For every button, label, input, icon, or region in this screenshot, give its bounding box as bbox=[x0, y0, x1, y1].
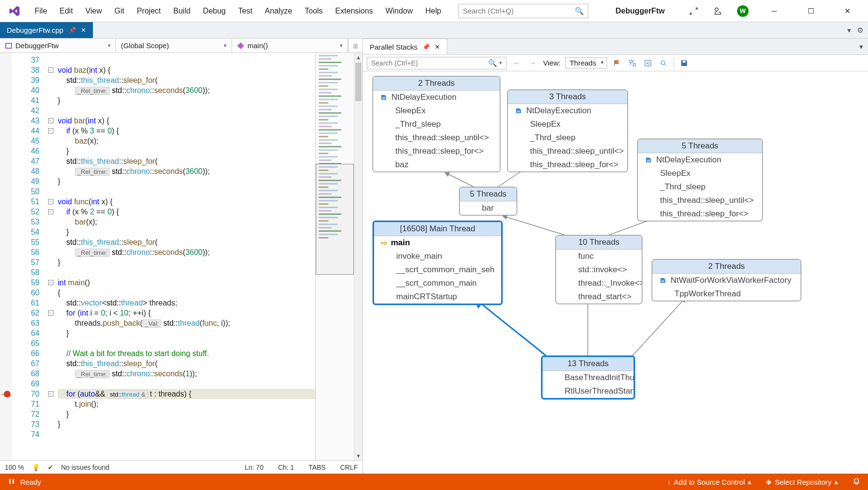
menu-window[interactable]: Window bbox=[381, 5, 418, 17]
stack-frame[interactable]: this_thread::sleep_for<> bbox=[373, 145, 500, 158]
stack-frame[interactable]: RtlUserThreadStart bbox=[543, 384, 634, 398]
stack-frame[interactable]: _Thrd_sleep bbox=[638, 180, 762, 194]
cursor-line[interactable]: Ln: 70 bbox=[245, 464, 264, 471]
parallel-stacks-canvas[interactable]: 2 ThreadsNtDelayExecutionSleepEx_Thrd_sl… bbox=[363, 71, 868, 474]
stack-box-b2a[interactable]: 2 ThreadsNtDelayExecutionSleepEx_Thrd_sl… bbox=[373, 76, 500, 172]
parallel-stacks-search-input[interactable] bbox=[371, 59, 488, 67]
stack-box-b5top[interactable]: 5 ThreadsNtDelayExecutionSleepEx_Thrd_sl… bbox=[637, 139, 763, 221]
notifications-icon[interactable] bbox=[853, 477, 860, 487]
autoscroll-icon[interactable]: ⟲ bbox=[643, 58, 653, 68]
nav-back-icon[interactable]: ← bbox=[511, 59, 522, 67]
close-tab-icon[interactable]: ✕ bbox=[435, 43, 440, 51]
project-scope-dropdown[interactable]: DebuggerFtw ▾ bbox=[0, 39, 116, 53]
split-editor-icon[interactable]: ⫼ bbox=[348, 39, 363, 53]
code-minimap[interactable] bbox=[315, 53, 354, 460]
stack-frame[interactable]: _Thrd_sleep bbox=[508, 131, 627, 145]
stack-box-b3[interactable]: 3 ThreadsNtDelayExecutionSleepEx_Thrd_sl… bbox=[507, 90, 628, 172]
window-settings-icon[interactable]: ⚙ bbox=[857, 26, 863, 35]
menu-edit[interactable]: Edit bbox=[55, 5, 78, 17]
search-dropdown-icon[interactable]: ▾ bbox=[499, 60, 502, 66]
stack-box-b2b[interactable]: 2 ThreadsNtWaitForWorkViaWorkerFactoryTp… bbox=[652, 259, 801, 301]
menu-extensions[interactable]: Extensions bbox=[330, 5, 377, 17]
menu-debug[interactable]: Debug bbox=[198, 5, 231, 17]
outlining-margin[interactable]: −−−−−−−− bbox=[45, 53, 56, 460]
close-tab-icon[interactable]: ✕ bbox=[81, 26, 86, 34]
pin-icon[interactable]: 📌 bbox=[422, 43, 430, 51]
stack-frame[interactable]: bar bbox=[460, 201, 517, 215]
scroll-down-icon[interactable]: ▼ bbox=[354, 451, 363, 460]
stack-frame[interactable]: thread_start<> bbox=[556, 290, 642, 304]
stack-frame[interactable]: this_thread::sleep_for<> bbox=[508, 158, 627, 172]
stack-frame[interactable]: SleepEx bbox=[508, 118, 627, 131]
stack-frame[interactable]: NtDelayExecution bbox=[638, 153, 762, 167]
menu-view[interactable]: View bbox=[80, 5, 106, 17]
stack-frame[interactable]: invoke_main bbox=[374, 250, 501, 263]
lightbulb-icon[interactable]: 💡 bbox=[32, 464, 40, 471]
stack-frame[interactable]: BaseThreadInitThunk bbox=[543, 371, 634, 384]
minimap-viewport[interactable] bbox=[316, 164, 354, 275]
stack-box-main[interactable]: [16508] Main Thread⇨maininvoke_main__scr… bbox=[373, 221, 503, 305]
issues-text[interactable]: No issues found bbox=[61, 464, 109, 471]
scroll-thumb[interactable] bbox=[355, 63, 362, 101]
add-to-source-control[interactable]: ↑ Add to Source Control ▴ bbox=[667, 477, 751, 486]
stack-frame[interactable]: NtWaitForWorkViaWorkerFactory bbox=[652, 274, 801, 287]
stack-frame[interactable]: NtDelayExecution bbox=[508, 104, 627, 118]
stack-frame[interactable]: this_thread::sleep_until<> bbox=[638, 194, 762, 207]
editor-vertical-scrollbar[interactable]: ▲ ▼ bbox=[354, 53, 363, 460]
document-tab-active[interactable]: DebuggerFtw.cpp 📌 ✕ bbox=[0, 22, 93, 38]
live-share-icon[interactable] bbox=[689, 6, 699, 16]
stack-frame[interactable]: func bbox=[556, 250, 642, 263]
stack-frame[interactable]: SleepEx bbox=[373, 104, 500, 118]
class-scope-dropdown[interactable]: (Global Scope) ▾ bbox=[116, 39, 232, 53]
stack-box-b5bar[interactable]: 5 Threadsbar bbox=[459, 187, 517, 215]
stack-frame[interactable]: this_thread::sleep_until<> bbox=[373, 131, 500, 145]
line-endings[interactable]: CRLF bbox=[340, 464, 358, 471]
feedback-icon[interactable] bbox=[713, 6, 723, 16]
menu-project[interactable]: Project bbox=[132, 5, 166, 17]
nav-forward-icon[interactable]: → bbox=[527, 59, 538, 67]
stack-frame[interactable]: __scrt_common_main bbox=[374, 277, 501, 290]
stack-frame[interactable]: std::invoke<> bbox=[556, 263, 642, 277]
pin-icon[interactable]: 📌 bbox=[68, 26, 76, 34]
function-scope-dropdown[interactable]: main() ▾ bbox=[232, 39, 348, 53]
close-button[interactable]: ✕ bbox=[836, 3, 858, 19]
breakpoint-margin[interactable]: ➜ bbox=[0, 53, 12, 460]
menu-git[interactable]: Git bbox=[110, 5, 129, 17]
window-menu-icon[interactable]: ▾ bbox=[859, 42, 863, 51]
stack-frame[interactable]: thread::_Invoke<> bbox=[556, 277, 642, 290]
stack-frame[interactable]: mainCRTStartup bbox=[374, 290, 501, 304]
menu-test[interactable]: Test bbox=[233, 5, 257, 17]
flag-icon[interactable] bbox=[612, 58, 622, 68]
maximize-button[interactable]: ☐ bbox=[800, 3, 822, 19]
stack-box-b13[interactable]: 13 ThreadsBaseThreadInitThunkRtlUserThre… bbox=[541, 356, 635, 399]
menu-tools[interactable]: Tools bbox=[300, 5, 327, 17]
stack-frame[interactable]: this_thread::sleep_until<> bbox=[508, 145, 627, 158]
scroll-up-icon[interactable]: ▲ bbox=[354, 53, 363, 62]
cursor-col[interactable]: Ch: 1 bbox=[278, 464, 294, 471]
global-search-input[interactable] bbox=[463, 7, 575, 15]
select-repository[interactable]: ◈ Select Repository ▴ bbox=[766, 477, 838, 486]
save-icon[interactable] bbox=[679, 58, 689, 68]
stack-frame[interactable]: ⇨main bbox=[374, 236, 501, 250]
indent-mode[interactable]: TABS bbox=[309, 464, 326, 471]
parallel-stacks-search[interactable]: 🔍 ▾ bbox=[367, 57, 506, 69]
user-avatar[interactable]: W bbox=[737, 5, 749, 17]
stack-box-b10[interactable]: 10 Threadsfuncstd::invoke<>thread::_Invo… bbox=[556, 235, 642, 304]
global-search-box[interactable]: 🔍 bbox=[458, 4, 588, 18]
menu-help[interactable]: Help bbox=[421, 5, 446, 17]
zoom-icon[interactable] bbox=[658, 58, 669, 68]
solution-name[interactable]: DebuggerFtw bbox=[601, 6, 679, 16]
minimize-button[interactable]: ─ bbox=[763, 3, 785, 19]
tab-overflow-icon[interactable]: ▾ bbox=[847, 26, 851, 35]
stack-frame[interactable]: SleepEx bbox=[638, 167, 762, 180]
stack-frame[interactable]: NtDelayExecution bbox=[373, 91, 500, 104]
menu-analyze[interactable]: Analyze bbox=[260, 5, 297, 17]
menu-file[interactable]: File bbox=[30, 5, 52, 17]
parallel-stacks-tab[interactable]: Parallel Stacks 📌 ✕ bbox=[363, 39, 447, 54]
stack-frame[interactable]: TppWorkerThread bbox=[652, 287, 801, 301]
stack-frame[interactable]: _Thrd_sleep bbox=[373, 118, 500, 131]
stack-frame[interactable]: baz bbox=[373, 158, 500, 172]
stack-frame[interactable]: this_thread::sleep_for<> bbox=[638, 207, 762, 221]
view-dropdown[interactable]: Threads bbox=[565, 57, 607, 68]
toggle-method-view-icon[interactable] bbox=[627, 58, 638, 68]
